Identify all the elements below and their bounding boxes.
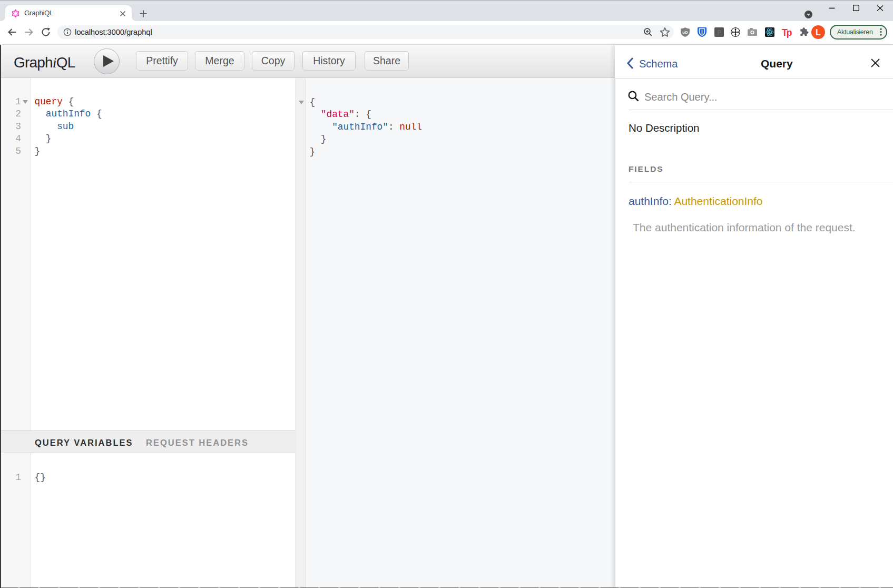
svg-text:uO: uO	[682, 30, 688, 35]
svg-text:P: P	[717, 29, 721, 36]
